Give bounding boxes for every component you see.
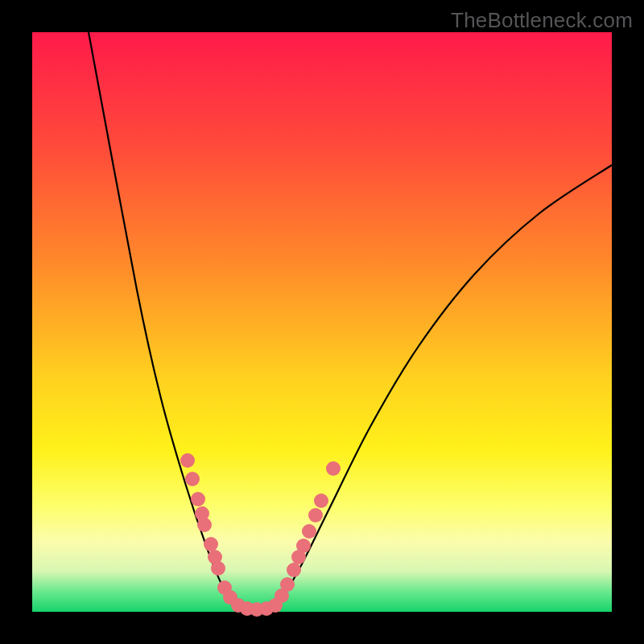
data-marker xyxy=(197,518,212,532)
chart-svg xyxy=(32,32,612,612)
data-marker xyxy=(287,563,301,577)
watermark-text: TheBottleneck.com xyxy=(451,8,633,33)
data-marker xyxy=(204,537,218,551)
chart-frame: TheBottleneck.com xyxy=(0,0,644,644)
data-marker xyxy=(314,493,328,508)
data-marker xyxy=(191,492,205,506)
data-marker xyxy=(280,577,295,592)
data-marker xyxy=(180,453,195,468)
data-marker xyxy=(296,539,311,553)
data-marker xyxy=(308,508,323,522)
data-marker xyxy=(302,524,316,539)
data-marker xyxy=(326,461,341,476)
plot-area xyxy=(32,32,612,612)
data-marker xyxy=(211,561,225,576)
data-marker xyxy=(185,472,200,486)
